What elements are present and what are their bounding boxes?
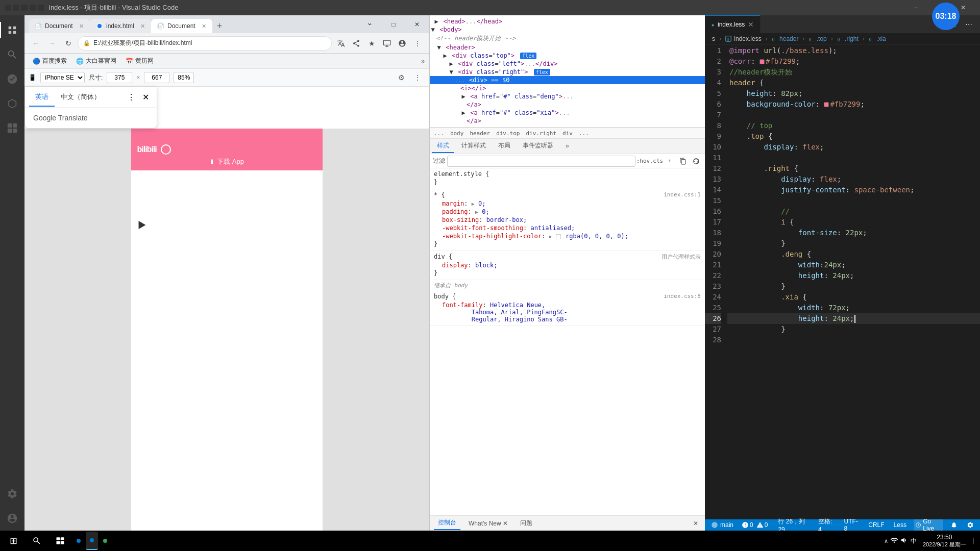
bc-divright[interactable]: div.right	[524, 129, 558, 138]
dom-line-comment[interactable]: <!-- header模块开始 -->	[430, 34, 705, 43]
bottom-tab-whatsnew[interactable]: What's New ✕	[464, 518, 512, 529]
start-button[interactable]: ⊞	[2, 531, 24, 551]
taskview-button[interactable]	[49, 531, 71, 551]
dom-explorer[interactable]: ▶ <head>...</head> ▼ <body> <!-- header模…	[430, 15, 705, 128]
editor-tab-close[interactable]: ✕	[748, 20, 754, 29]
reload-button[interactable]: ↻	[61, 36, 76, 51]
bc-dots[interactable]: ...	[432, 129, 446, 138]
rotate-button[interactable]: ⚙	[394, 70, 408, 85]
translate-button[interactable]	[334, 36, 348, 51]
menu-button[interactable]: ⋮	[410, 36, 425, 51]
dom-line-left[interactable]: ▶ <div class="left">...</div>	[430, 60, 705, 68]
taskbar-time[interactable]: 23:50 2022/9/12 星期一	[923, 534, 966, 548]
dom-line-head[interactable]: ▶ <head>...</head>	[430, 17, 705, 26]
browser-tab-document2[interactable]: 📄 Document ✕	[151, 19, 212, 33]
activity-debug[interactable]	[0, 91, 24, 116]
filter-hov[interactable]: :hov	[638, 156, 649, 167]
forward-button[interactable]: →	[45, 36, 59, 51]
devtools-tab-more[interactable]: »	[560, 140, 574, 153]
taskbar-chrome[interactable]	[99, 532, 111, 550]
profile-button[interactable]	[395, 36, 409, 51]
translate-more-button[interactable]: ⋮	[124, 90, 138, 105]
browser-tab-document1[interactable]: 📄 Document ✕	[29, 19, 90, 33]
activity-extensions[interactable]	[0, 116, 24, 140]
maximize-button[interactable]: ⧉	[928, 0, 951, 15]
devtools-tab-computed[interactable]: 计算样式	[456, 139, 491, 153]
statusbar-git[interactable]: main	[709, 519, 736, 531]
browser-tab-index[interactable]: index.html ✕	[90, 19, 151, 33]
browser-close[interactable]: ✕	[405, 15, 429, 33]
collapse-body[interactable]: ▼	[430, 26, 436, 33]
filter-cls[interactable]: .cls	[651, 156, 662, 167]
show-desktop-button[interactable]: |	[972, 537, 974, 544]
bookmarks-more[interactable]: »	[421, 58, 425, 65]
editor-split-button[interactable]	[945, 17, 960, 32]
rgba-swatch[interactable]	[556, 234, 561, 239]
minimize-button[interactable]: －	[904, 0, 928, 15]
bookmark-huang[interactable]: 📅 黄历网	[121, 56, 158, 66]
systray-ime[interactable]: 中	[911, 537, 917, 545]
bc-divtop[interactable]: div.top	[494, 129, 522, 138]
bottom-tab-problems[interactable]: 问题	[516, 517, 536, 530]
devtools-tab-styles[interactable]: 样式	[432, 139, 454, 153]
share-button[interactable]	[349, 36, 363, 51]
bookmark-button[interactable]: ★	[364, 36, 379, 51]
statusbar-settings[interactable]	[965, 519, 976, 531]
dom-line-right[interactable]: ▼ <div class="right"> flex	[430, 68, 705, 76]
activity-git[interactable]	[0, 67, 24, 91]
collapse-head[interactable]: ▶	[433, 18, 439, 25]
dom-line-header[interactable]: ▼ <header>	[430, 43, 705, 52]
device-select[interactable]: iPhone SE	[40, 72, 85, 83]
height-input[interactable]	[144, 72, 169, 83]
statusbar-encoding[interactable]: UTF-8	[842, 519, 862, 531]
activity-explorer[interactable]	[0, 18, 24, 42]
tab-close-2[interactable]: ✕	[140, 23, 145, 30]
translate-tab-zh[interactable]: 中文（简体）	[55, 88, 107, 107]
collapse-xia[interactable]: ▶	[460, 109, 467, 116]
bookmark-dabai[interactable]: 🌐 大白菜官网	[72, 56, 120, 66]
filter-input[interactable]	[447, 156, 635, 167]
bc-body[interactable]: body	[448, 129, 466, 138]
dom-line-xia-close[interactable]: </a>	[430, 117, 705, 125]
collapse-deng[interactable]: ▶	[460, 93, 467, 100]
bc-vscode-right[interactable]: {} .right	[835, 34, 861, 43]
activity-settings[interactable]	[0, 482, 24, 506]
dom-line-deng[interactable]: ▶ <a href="#" class="deng">...	[430, 92, 705, 101]
collapse-top[interactable]: ▶	[442, 52, 448, 59]
address-bar[interactable]: 🔒 E:/就业班案例/项目-bilibili/index.html	[78, 36, 332, 51]
bc-vscode-indexless[interactable]: {} index.less	[723, 34, 764, 43]
statusbar-errors[interactable]: 0 0	[740, 519, 770, 531]
systray-arrow[interactable]: ∧	[884, 538, 888, 544]
devtools-tab-eventlisteners[interactable]: 事件监听器	[518, 139, 558, 153]
code-area[interactable]: @import url(./base.less); @corr: #fb7299…	[725, 44, 980, 519]
back-button[interactable]: ←	[29, 36, 43, 51]
activity-search[interactable]	[0, 42, 24, 67]
bc-vscode-xia[interactable]: {} .xia	[867, 34, 888, 43]
bc-div[interactable]: div	[560, 129, 575, 138]
activity-account[interactable]	[0, 506, 24, 531]
bc-more[interactable]: ...	[577, 129, 591, 138]
close-button[interactable]: ✕	[951, 0, 975, 15]
browser-maximize[interactable]: □	[382, 15, 405, 33]
bc-vscode-top[interactable]: {} .top	[806, 34, 828, 43]
browser-minimize[interactable]: －	[358, 15, 382, 33]
filter-add[interactable]: +	[664, 156, 675, 167]
bookmark-baidu[interactable]: 🔵 百度搜索	[29, 56, 71, 66]
devtools-bottom-close[interactable]: ✕	[691, 518, 701, 529]
collapse-header[interactable]: ▼	[436, 44, 442, 51]
bilibili-download[interactable]: ⬇ 下载 App	[209, 157, 244, 166]
tab-close-3[interactable]: ✕	[202, 23, 206, 30]
editor-content[interactable]: 12345 678910 1112131415 1617181920 21222…	[705, 44, 980, 519]
media-button[interactable]	[380, 36, 394, 51]
translate-close-button[interactable]: ✕	[138, 90, 153, 105]
statusbar-position[interactable]: 行 26，列 29	[776, 519, 811, 531]
collapse-right[interactable]: ▼	[448, 68, 454, 76]
bc-vscode-header[interactable]: {} header	[770, 34, 801, 43]
dom-line-top[interactable]: ▶ <div class="top"> flex	[430, 52, 705, 60]
bc-header[interactable]: header	[468, 129, 492, 138]
collapse-left[interactable]: ▶	[448, 60, 454, 67]
filter-inspect[interactable]	[691, 156, 702, 167]
more-options-button[interactable]: ⋮	[410, 70, 425, 85]
taskbar-edge[interactable]	[72, 532, 85, 550]
statusbar-language[interactable]: Less	[892, 519, 909, 531]
